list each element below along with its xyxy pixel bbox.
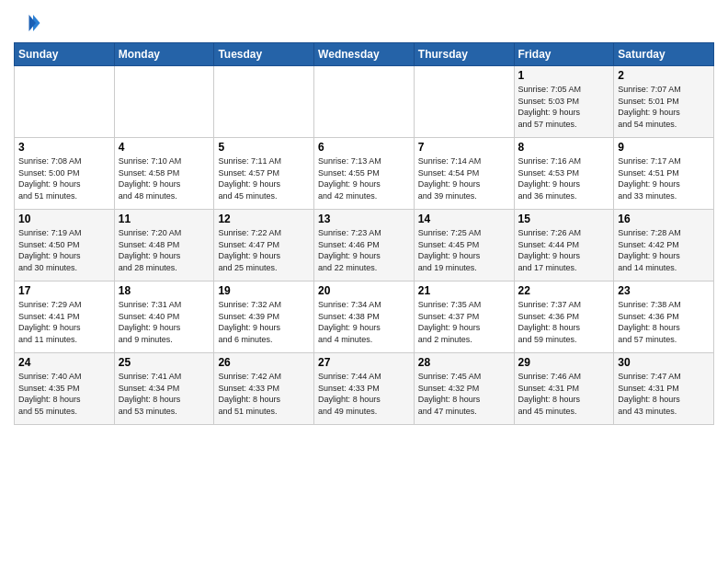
calendar-cell: 4Sunrise: 7:10 AM Sunset: 4:58 PM Daylig… [114,138,214,210]
calendar-cell: 28Sunrise: 7:45 AM Sunset: 4:32 PM Dayli… [414,353,514,425]
calendar-cell [114,66,214,138]
day-info: Sunrise: 7:29 AM Sunset: 4:41 PM Dayligh… [18,299,110,345]
calendar-cell: 25Sunrise: 7:41 AM Sunset: 4:34 PM Dayli… [114,353,214,425]
day-info: Sunrise: 7:26 AM Sunset: 4:44 PM Dayligh… [518,227,610,273]
day-info: Sunrise: 7:44 AM Sunset: 4:33 PM Dayligh… [318,371,410,417]
calendar-cell: 27Sunrise: 7:44 AM Sunset: 4:33 PM Dayli… [314,353,415,425]
day-info: Sunrise: 7:17 AM Sunset: 4:51 PM Dayligh… [618,155,710,201]
day-info: Sunrise: 7:13 AM Sunset: 4:55 PM Dayligh… [318,155,410,201]
day-number: 30 [618,356,710,369]
calendar-cell: 11Sunrise: 7:20 AM Sunset: 4:48 PM Dayli… [114,210,214,282]
calendar-cell [314,66,415,138]
calendar-cell: 3Sunrise: 7:08 AM Sunset: 5:00 PM Daylig… [15,138,115,210]
weekday-header-wednesday: Wednesday [314,43,415,66]
day-info: Sunrise: 7:35 AM Sunset: 4:37 PM Dayligh… [418,299,510,345]
day-number: 8 [518,141,610,154]
calendar-cell: 5Sunrise: 7:11 AM Sunset: 4:57 PM Daylig… [214,138,314,210]
day-number: 29 [518,356,610,369]
day-number: 1 [518,69,610,82]
calendar-cell [214,66,314,138]
day-number: 25 [119,356,210,369]
weekday-header-thursday: Thursday [414,43,514,66]
calendar-cell: 17Sunrise: 7:29 AM Sunset: 4:41 PM Dayli… [15,282,115,353]
weekday-header-friday: Friday [514,43,614,66]
day-number: 23 [618,284,710,297]
calendar-cell: 12Sunrise: 7:22 AM Sunset: 4:47 PM Dayli… [214,210,314,282]
day-info: Sunrise: 7:28 AM Sunset: 4:42 PM Dayligh… [618,227,710,273]
header [14,9,714,37]
weekday-header-tuesday: Tuesday [214,43,314,66]
day-info: Sunrise: 7:32 AM Sunset: 4:39 PM Dayligh… [218,299,310,345]
calendar-cell: 7Sunrise: 7:14 AM Sunset: 4:54 PM Daylig… [414,138,514,210]
calendar-cell: 10Sunrise: 7:19 AM Sunset: 4:50 PM Dayli… [15,210,115,282]
day-number: 15 [518,213,610,225]
day-number: 12 [218,213,310,225]
calendar-cell: 20Sunrise: 7:34 AM Sunset: 4:38 PM Dayli… [314,282,415,353]
day-info: Sunrise: 7:20 AM Sunset: 4:48 PM Dayligh… [119,227,210,273]
week-row-1: 1Sunrise: 7:05 AM Sunset: 5:03 PM Daylig… [15,66,714,138]
day-info: Sunrise: 7:22 AM Sunset: 4:47 PM Dayligh… [218,227,310,273]
logo [14,9,45,37]
day-number: 16 [618,213,710,225]
week-row-5: 24Sunrise: 7:40 AM Sunset: 4:35 PM Dayli… [15,353,714,425]
day-info: Sunrise: 7:19 AM Sunset: 4:50 PM Dayligh… [18,227,110,273]
day-number: 9 [618,141,710,154]
calendar-cell: 2Sunrise: 7:07 AM Sunset: 5:01 PM Daylig… [614,66,714,138]
day-number: 17 [18,284,110,297]
calendar-table: SundayMondayTuesdayWednesdayThursdayFrid… [14,42,714,425]
day-info: Sunrise: 7:47 AM Sunset: 4:31 PM Dayligh… [618,371,710,417]
day-number: 13 [318,213,410,225]
day-number: 3 [18,141,110,154]
day-number: 10 [18,213,110,225]
logo-icon [14,9,41,37]
day-info: Sunrise: 7:38 AM Sunset: 4:36 PM Dayligh… [618,299,710,345]
day-number: 19 [218,284,310,297]
day-number: 2 [618,69,710,82]
weekday-header-sunday: Sunday [15,43,115,66]
calendar-cell: 26Sunrise: 7:42 AM Sunset: 4:33 PM Dayli… [214,353,314,425]
day-info: Sunrise: 7:40 AM Sunset: 4:35 PM Dayligh… [18,371,110,417]
calendar-cell: 22Sunrise: 7:37 AM Sunset: 4:36 PM Dayli… [514,282,614,353]
day-info: Sunrise: 7:31 AM Sunset: 4:40 PM Dayligh… [119,299,210,345]
week-row-4: 17Sunrise: 7:29 AM Sunset: 4:41 PM Dayli… [15,282,714,353]
day-info: Sunrise: 7:05 AM Sunset: 5:03 PM Dayligh… [518,84,610,130]
day-info: Sunrise: 7:10 AM Sunset: 4:58 PM Dayligh… [119,155,210,201]
day-number: 20 [318,284,410,297]
calendar-cell: 8Sunrise: 7:16 AM Sunset: 4:53 PM Daylig… [514,138,614,210]
weekday-header-row: SundayMondayTuesdayWednesdayThursdayFrid… [15,43,714,66]
day-info: Sunrise: 7:37 AM Sunset: 4:36 PM Dayligh… [518,299,610,345]
weekday-header-saturday: Saturday [614,43,714,66]
calendar-cell: 21Sunrise: 7:35 AM Sunset: 4:37 PM Dayli… [414,282,514,353]
day-number: 5 [218,141,310,154]
calendar-cell [15,66,115,138]
day-number: 4 [119,141,210,154]
day-info: Sunrise: 7:46 AM Sunset: 4:31 PM Dayligh… [518,371,610,417]
day-info: Sunrise: 7:42 AM Sunset: 4:33 PM Dayligh… [218,371,310,417]
day-number: 26 [218,356,310,369]
week-row-2: 3Sunrise: 7:08 AM Sunset: 5:00 PM Daylig… [15,138,714,210]
calendar-cell: 16Sunrise: 7:28 AM Sunset: 4:42 PM Dayli… [614,210,714,282]
day-number: 6 [318,141,410,154]
week-row-3: 10Sunrise: 7:19 AM Sunset: 4:50 PM Dayli… [15,210,714,282]
day-info: Sunrise: 7:25 AM Sunset: 4:45 PM Dayligh… [418,227,510,273]
calendar-cell: 23Sunrise: 7:38 AM Sunset: 4:36 PM Dayli… [614,282,714,353]
calendar-cell: 13Sunrise: 7:23 AM Sunset: 4:46 PM Dayli… [314,210,415,282]
calendar-cell: 30Sunrise: 7:47 AM Sunset: 4:31 PM Dayli… [614,353,714,425]
weekday-header-monday: Monday [114,43,214,66]
day-number: 28 [418,356,510,369]
day-number: 21 [418,284,510,297]
calendar-cell: 1Sunrise: 7:05 AM Sunset: 5:03 PM Daylig… [514,66,614,138]
calendar-cell: 24Sunrise: 7:40 AM Sunset: 4:35 PM Dayli… [15,353,115,425]
page-container: SundayMondayTuesdayWednesdayThursdayFrid… [0,0,728,434]
day-number: 24 [18,356,110,369]
day-number: 11 [119,213,210,225]
day-info: Sunrise: 7:23 AM Sunset: 4:46 PM Dayligh… [318,227,410,273]
calendar-cell: 9Sunrise: 7:17 AM Sunset: 4:51 PM Daylig… [614,138,714,210]
day-number: 27 [318,356,410,369]
day-info: Sunrise: 7:14 AM Sunset: 4:54 PM Dayligh… [418,155,510,201]
day-info: Sunrise: 7:41 AM Sunset: 4:34 PM Dayligh… [119,371,210,417]
day-number: 14 [418,213,510,225]
day-info: Sunrise: 7:07 AM Sunset: 5:01 PM Dayligh… [618,84,710,130]
day-info: Sunrise: 7:34 AM Sunset: 4:38 PM Dayligh… [318,299,410,345]
calendar-cell: 14Sunrise: 7:25 AM Sunset: 4:45 PM Dayli… [414,210,514,282]
